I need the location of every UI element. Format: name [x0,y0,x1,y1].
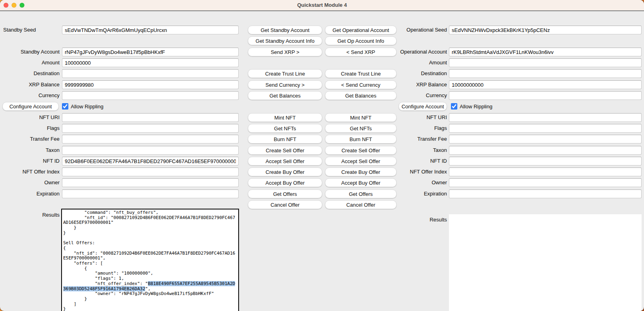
operational-allow-rippling-label: Allow Rippling [460,104,492,110]
label-operational-expiration: Expiration [384,189,447,198]
standby-burn-nft-button[interactable]: Burn NFT [248,135,322,144]
standby-cancel-offer-button[interactable]: Cancel Offer [248,200,322,209]
label-standby-owner: Owner [0,178,60,187]
operational-configure-account-button[interactable]: Configure Account [399,102,447,111]
standby-nft-offer-index-input[interactable] [62,167,239,176]
operational-taxon-input[interactable] [449,146,642,155]
standby-xrp-balance-input[interactable] [62,80,239,89]
standby-get-balances-button[interactable]: Get Balances [248,91,322,100]
form-row: NFT ID Accept Sell Offer Accept Sell Off… [0,157,644,165]
label-standby-account: Standby Account [0,48,60,56]
standby-destination-input[interactable] [62,69,239,78]
standby-mint-nft-button[interactable]: Mint NFT [248,113,322,122]
operational-nft-id-input[interactable] [449,157,642,165]
operational-nft-uri-input[interactable] [449,113,642,122]
operational-allow-rippling-checkbox[interactable] [451,103,457,110]
configure-row: Configure Account Allow Rippling Configu… [0,102,644,111]
label-operational-destination: Destination [384,69,447,78]
label-operational-nft-offer-index: NFT Offer Index [384,167,447,176]
operational-account-input[interactable] [449,48,642,56]
form-row: NFT Offer Index Create Buy Offer Create … [0,167,644,176]
get-standby-account-info-button[interactable]: Get Standby Account Info [248,36,322,45]
standby-get-nfts-button[interactable]: Get NFTs [248,124,322,133]
standby-allow-rippling-checkbox[interactable] [62,103,68,110]
label-operational-currency: Currency [384,91,447,100]
standby-allow-rippling: Allow Rippling [62,102,104,111]
form-row: Cancel Offer Cancel Offer [0,200,644,209]
operational-nft-offer-index-input[interactable] [449,167,642,176]
form-row: Currency Get Balances Get Balances Curre… [0,91,644,100]
label-operational-flags: Flags [384,124,447,133]
label-standby-xrp-balance: XRP Balance [0,80,60,89]
label-standby-flags: Flags [0,124,60,133]
standby-nft-id-input[interactable] [62,157,239,165]
standby-amount-input[interactable] [62,58,239,67]
standby-create-buy-offer-button[interactable]: Create Buy Offer [248,167,322,176]
standby-expiration-input[interactable] [62,189,239,198]
operational-amount-input[interactable] [449,58,642,67]
label-operational-xrp-balance: XRP Balance [384,80,447,89]
standby-flags-input[interactable] [62,124,239,133]
standby-transfer-fee-input[interactable] [62,135,239,144]
label-operational-seed: Operational Seed [384,26,447,34]
desktop-background: Quickstart Module 4 Standby Seed Get Sta… [0,0,644,311]
label-standby-nft-id: NFT ID [0,157,60,165]
operational-owner-input[interactable] [449,178,642,187]
send-xrp-right-button[interactable]: Send XRP > [248,48,322,56]
form-row: Owner Accept Buy Offer Accept Buy Offer … [0,178,644,187]
label-standby-destination: Destination [0,69,60,78]
label-standby-seed: Standby Seed [0,26,60,34]
standby-taxon-input[interactable] [62,146,239,155]
operational-transfer-fee-input[interactable] [449,135,642,144]
app-window: Quickstart Module 4 Standby Seed Get Sta… [0,0,644,311]
form-row: Get Standby Account Info Get Op Account … [0,36,644,45]
label-operational-amount: Amount [384,58,447,67]
form-row: Taxon Create Sell Offer Create Sell Offe… [0,146,644,155]
standby-seed-input[interactable] [62,26,239,34]
label-standby-transfer-fee: Transfer Fee [0,135,60,144]
operational-destination-input[interactable] [449,69,642,78]
standby-account-input[interactable] [62,48,239,56]
standby-accept-buy-offer-button[interactable]: Accept Buy Offer [248,178,322,187]
label-operational-account: Operational Account [384,48,447,56]
standby-get-offers-button[interactable]: Get Offers [248,189,322,198]
label-standby-results: Results [0,211,60,219]
label-standby-taxon: Taxon [0,146,60,155]
operational-flags-input[interactable] [449,124,642,133]
window-title: Quickstart Module 4 [0,0,644,10]
form-row: Flags Get NFTs Get NFTs Flags [0,124,644,133]
label-operational-transfer-fee: Transfer Fee [384,135,447,144]
form-body: Standby Seed Get Standby Account Get Ope… [0,11,644,311]
standby-accept-sell-offer-button[interactable]: Accept Sell Offer [248,157,322,165]
label-operational-results: Results [384,215,447,224]
standby-send-currency-button[interactable]: Send Currency > [248,80,322,89]
form-row: Destination Create Trust Line Create Tru… [0,69,644,78]
window-titlebar: Quickstart Module 4 [0,0,644,11]
standby-owner-input[interactable] [62,178,239,187]
label-operational-nft-uri: NFT URI [384,113,447,122]
standby-create-sell-offer-button[interactable]: Create Sell Offer [248,146,322,155]
standby-results-area[interactable]: "command": "nft_buy_offers", "nft_id": "… [61,209,239,311]
operational-allow-rippling: Allow Rippling [451,102,492,111]
standby-results-text: "command": "nft_buy_offers", "nft_id": "… [62,209,238,311]
operational-expiration-input[interactable] [449,189,642,198]
get-standby-account-button[interactable]: Get Standby Account [248,26,322,34]
operational-xrp-balance-input[interactable] [449,80,642,89]
standby-allow-rippling-label: Allow Rippling [71,104,104,110]
operational-seed-input[interactable] [449,26,642,34]
standby-currency-input[interactable] [62,91,239,100]
label-standby-nft-offer-index: NFT Offer Index [0,167,60,176]
form-row: Amount Amount [0,58,644,67]
operational-currency-input[interactable] [449,91,642,100]
label-operational-nft-id: NFT ID [384,157,447,165]
operational-results-area[interactable] [449,214,642,311]
label-standby-currency: Currency [0,91,60,100]
standby-create-trust-line-button[interactable]: Create Trust Line [248,69,322,78]
standby-configure-account-button[interactable]: Configure Account [2,102,59,111]
label-standby-amount: Amount [0,58,60,67]
get-op-account-info-button[interactable]: Get Op Account Info [325,36,397,45]
op-cancel-offer-button[interactable]: Cancel Offer [325,200,397,209]
standby-nft-uri-input[interactable] [62,113,239,122]
form-row: NFT URI Mint NFT Mint NFT NFT URI [0,113,644,122]
form-row: Standby Account Send XRP > < Send XRP Op… [0,48,644,56]
